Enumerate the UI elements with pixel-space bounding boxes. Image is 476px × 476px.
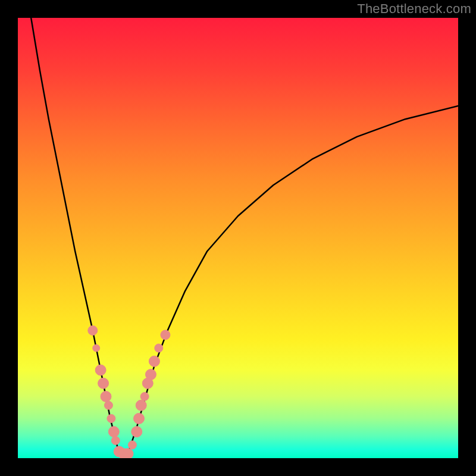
- marker-dot: [145, 369, 156, 380]
- marker-dot: [161, 330, 170, 340]
- marker-dot: [104, 401, 112, 409]
- chart-svg: [18, 18, 458, 458]
- curve-left-branch: [31, 18, 119, 454]
- marker-dot: [107, 414, 115, 422]
- marker-dot: [101, 391, 111, 402]
- watermark-text: TheBottleneck.com: [357, 1, 471, 17]
- plot-area: [18, 18, 458, 458]
- marker-dot: [111, 436, 120, 444]
- marker-dot: [134, 413, 145, 424]
- curve-right-branch: [128, 106, 458, 454]
- marker-dot: [140, 392, 149, 400]
- marker-dot: [95, 365, 106, 375]
- marker-dot: [149, 356, 159, 367]
- marker-dot: [93, 345, 100, 352]
- marker-group: [88, 325, 170, 458]
- chart-container: TheBottleneck.com: [0, 0, 476, 476]
- marker-dot: [88, 325, 98, 335]
- marker-dot: [131, 427, 142, 437]
- marker-dot: [108, 427, 119, 437]
- marker-dot: [123, 449, 133, 458]
- marker-dot: [128, 441, 136, 449]
- marker-dot: [136, 400, 146, 411]
- marker-dot: [155, 344, 163, 352]
- marker-dot: [98, 378, 109, 389]
